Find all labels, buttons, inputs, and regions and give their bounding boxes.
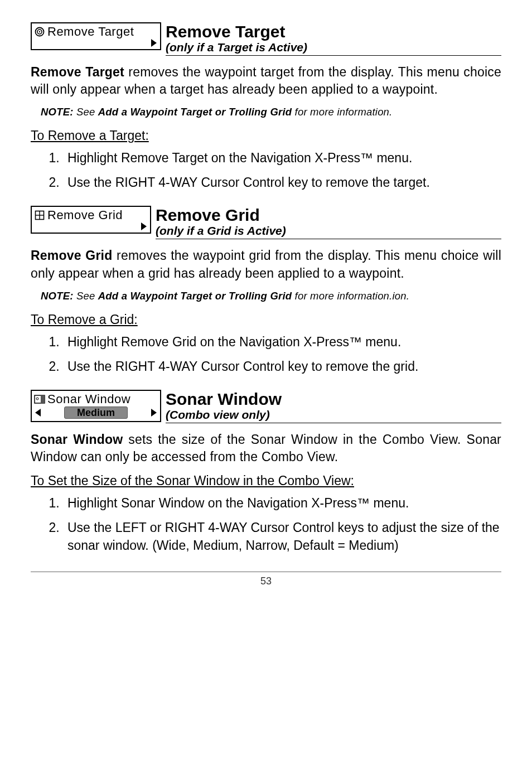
section-subtitle: (only if a Target is Active) bbox=[166, 41, 501, 54]
note-text: NOTE: See Add a Waypoint Target or Troll… bbox=[41, 290, 501, 302]
section-header-remove-target: Remove Target Remove Target (only if a T… bbox=[31, 22, 501, 56]
steps-list: Highlight Remove Target on the Navigatio… bbox=[31, 149, 501, 191]
page-number: 53 bbox=[260, 575, 272, 587]
svg-point-8 bbox=[36, 398, 38, 400]
body-text: Sonar Window sets the size of the Sonar … bbox=[31, 431, 501, 466]
svg-point-2 bbox=[39, 31, 40, 32]
widget-remove-grid: Remove Grid bbox=[31, 206, 151, 234]
widget-label: Sonar Window bbox=[47, 392, 130, 406]
chevron-right-icon bbox=[151, 39, 157, 47]
grid-icon bbox=[34, 210, 45, 220]
list-item: Highlight Sonar Window on the Navigation… bbox=[63, 494, 501, 512]
widget-label: Remove Grid bbox=[47, 208, 123, 222]
target-icon bbox=[34, 27, 45, 37]
page-footer: 53 bbox=[31, 572, 501, 587]
list-item: Use the RIGHT 4-WAY Cursor Control key t… bbox=[63, 173, 501, 191]
list-item: Use the RIGHT 4-WAY Cursor Control key t… bbox=[63, 357, 501, 375]
widget-value: Medium bbox=[64, 406, 128, 419]
section-subtitle: (only if a Grid is Active) bbox=[156, 224, 501, 238]
body-text: Remove Target removes the waypoint targe… bbox=[31, 64, 501, 98]
section-subtitle: (Combo view only) bbox=[166, 408, 501, 422]
widget-remove-target: Remove Target bbox=[31, 22, 161, 50]
list-item: Highlight Remove Grid on the Navigation … bbox=[63, 333, 501, 351]
body-text: Remove Grid removes the waypoint grid fr… bbox=[31, 247, 501, 282]
sonar-icon bbox=[34, 394, 45, 404]
widget-label: Remove Target bbox=[47, 25, 134, 39]
svg-rect-7 bbox=[41, 395, 45, 403]
list-item: Use the LEFT or RIGHT 4-WAY Cursor Contr… bbox=[63, 519, 501, 554]
section-title: Sonar Window bbox=[166, 390, 501, 408]
steps-list: Highlight Sonar Window on the Navigation… bbox=[31, 494, 501, 555]
section-title: Remove Grid bbox=[156, 206, 501, 224]
page-content: Remove Target Remove Target (only if a T… bbox=[0, 0, 532, 598]
section-header-sonar-window: Sonar Window Medium Sonar Window (Combo … bbox=[31, 390, 501, 423]
section-title: Remove Target bbox=[166, 22, 501, 41]
section-header-remove-grid: Remove Grid Remove Grid (only if a Grid … bbox=[31, 206, 501, 239]
subhead: To Remove a Grid: bbox=[31, 312, 501, 327]
widget-sonar-window: Sonar Window Medium bbox=[31, 390, 161, 422]
note-text: NOTE: See Add a Waypoint Target or Troll… bbox=[41, 106, 501, 118]
chevron-right-icon bbox=[141, 222, 147, 230]
subhead: To Set the Size of the Sonar Window in t… bbox=[31, 473, 501, 488]
chevron-left-icon bbox=[35, 409, 41, 417]
chevron-right-icon bbox=[151, 409, 157, 417]
steps-list: Highlight Remove Grid on the Navigation … bbox=[31, 333, 501, 375]
subhead: To Remove a Target: bbox=[31, 128, 501, 143]
list-item: Highlight Remove Target on the Navigatio… bbox=[63, 149, 501, 167]
